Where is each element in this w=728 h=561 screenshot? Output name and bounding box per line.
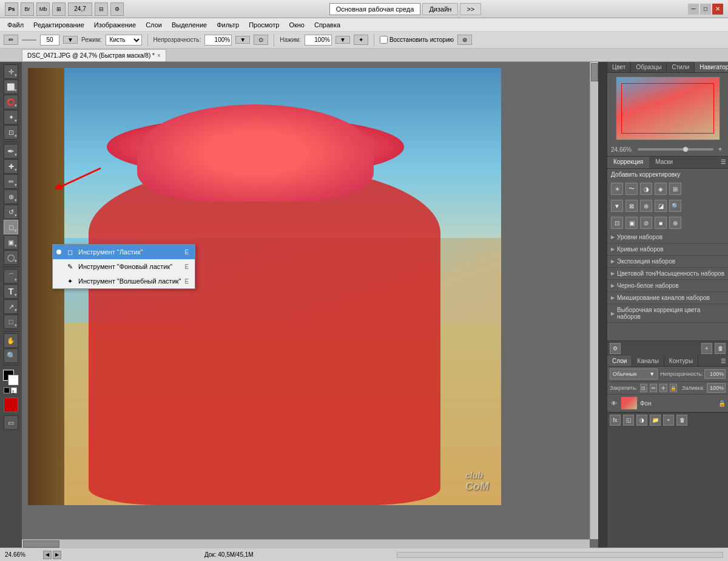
- nav-prev-btn[interactable]: ◀: [43, 551, 52, 559]
- opacity-input[interactable]: [204, 35, 232, 46]
- lock-paint-btn[interactable]: ✏: [650, 384, 657, 392]
- tab-channels[interactable]: Каналы: [632, 356, 664, 366]
- layer-mask-btn[interactable]: ◱: [623, 415, 634, 426]
- nav-zoom-in-btn[interactable]: +: [716, 145, 724, 154]
- layer-adj-btn[interactable]: ◑: [636, 415, 647, 426]
- brush-size-btn[interactable]: [22, 39, 36, 41]
- bw-icon-btn[interactable]: ▼: [611, 200, 623, 212]
- photo-filter-btn[interactable]: ⊠: [625, 200, 638, 212]
- adj-selective[interactable]: ▶ Выборочная коррекция цвета наборов: [607, 304, 728, 323]
- adj-delete-btn[interactable]: 🗑: [715, 343, 726, 354]
- posterize-btn[interactable]: 🔍: [669, 200, 681, 212]
- layer-visibility-btn[interactable]: 👁: [610, 399, 618, 407]
- eraser-btn[interactable]: ◻▾: [4, 220, 18, 234]
- maximize-button[interactable]: □: [700, 4, 711, 15]
- br-icon[interactable]: Br: [21, 2, 34, 16]
- gradient-fill-btn[interactable]: ⊛: [669, 217, 681, 229]
- swap-colors-btn[interactable]: ↕: [11, 387, 17, 393]
- shape-btn[interactable]: □▾: [4, 314, 18, 329]
- adj-curves[interactable]: ▶ Кривые наборов: [607, 243, 728, 256]
- nav-next-btn[interactable]: ▶: [53, 551, 61, 559]
- menu-select[interactable]: Выделение: [167, 20, 212, 30]
- menu-image[interactable]: Изображение: [89, 20, 141, 30]
- workspace-main-btn[interactable]: Основная рабочая среда: [329, 3, 421, 15]
- document-tab[interactable]: DSC_0471.JPG @ 24,7% (Быстрая маска/8) *…: [22, 49, 166, 61]
- default-colors-btn[interactable]: [4, 387, 10, 393]
- background-color[interactable]: [8, 375, 19, 386]
- tab-navigator[interactable]: Навигатор: [695, 62, 728, 72]
- lock-pixels-btn[interactable]: ⊡: [640, 384, 647, 392]
- layer-delete-btn[interactable]: 🗑: [676, 415, 687, 426]
- screen-mode-btn[interactable]: ▭: [4, 415, 18, 430]
- heal-btn[interactable]: ✚▾: [4, 159, 18, 174]
- horizontal-scroll-thumb[interactable]: [23, 540, 59, 548]
- adj-add-btn[interactable]: +: [701, 343, 712, 354]
- exposure-icon-btn[interactable]: ◑: [640, 183, 652, 195]
- invert-btn[interactable]: ◪: [655, 200, 667, 212]
- menu-help[interactable]: Справка: [309, 20, 345, 30]
- layer-item-background[interactable]: 👁 Фон 🔒: [607, 395, 728, 412]
- vibrance-icon-btn[interactable]: ◈: [655, 183, 667, 195]
- eyedropper-btn[interactable]: ✒▾: [4, 144, 18, 158]
- hand-btn[interactable]: ✋: [4, 333, 18, 348]
- stylus-btn[interactable]: ✦: [354, 35, 368, 45]
- corr-menu-btn[interactable]: ☰: [718, 157, 728, 166]
- crop-btn[interactable]: ⊡▾: [4, 125, 18, 140]
- vertical-scroll-thumb[interactable]: [591, 63, 598, 81]
- menu-file[interactable]: Файл: [2, 20, 29, 30]
- brush-size-input[interactable]: [40, 35, 59, 46]
- layer-style-btn[interactable]: fx: [610, 415, 621, 426]
- view-icon[interactable]: ⊞: [52, 2, 66, 16]
- menu-filter[interactable]: Фильтр: [212, 20, 244, 30]
- mb-icon[interactable]: Mb: [36, 2, 50, 16]
- quick-mask-btn[interactable]: [4, 398, 18, 412]
- curves-icon-btn[interactable]: 〜: [625, 183, 638, 195]
- status-scrollbar[interactable]: [397, 552, 724, 558]
- quick-select-btn[interactable]: ✦▾: [4, 110, 18, 124]
- brush-tool-btn[interactable]: ✏: [4, 35, 18, 45]
- gradient-btn[interactable]: ▣▾: [4, 235, 18, 250]
- hsl-icon-btn[interactable]: ⊞: [669, 183, 681, 195]
- rect-select-btn[interactable]: ⬜▾: [4, 80, 18, 94]
- selective-color-btn[interactable]: ⊘: [640, 217, 652, 229]
- horizontal-scrollbar[interactable]: [22, 539, 590, 548]
- lasso-btn[interactable]: ⭕▾: [4, 95, 18, 109]
- tab-paths[interactable]: Контуры: [664, 356, 698, 366]
- mode-select[interactable]: Кисть: [106, 35, 142, 46]
- tab-close-btn[interactable]: ×: [157, 52, 161, 59]
- opacity-arrow-btn[interactable]: ▼: [235, 36, 250, 44]
- tab-layers[interactable]: Слои: [607, 356, 632, 366]
- airbrush-btn[interactable]: ⊙: [254, 35, 268, 45]
- nav-zoom-slider[interactable]: [638, 148, 713, 151]
- ctx-magic-eraser[interactable]: ✦ Инструмент "Волшебный ластик" E: [53, 274, 195, 288]
- channel-mixer-btn[interactable]: ⊕: [640, 200, 652, 212]
- tab-color[interactable]: Цвет: [607, 62, 631, 72]
- brush-mode-arrow[interactable]: ▼: [63, 36, 78, 44]
- fill-value[interactable]: 100%: [707, 383, 726, 393]
- threshold-btn[interactable]: ⊡: [611, 217, 623, 229]
- ctx-eraser[interactable]: ◻ Инструмент "Ластик" E: [53, 245, 195, 259]
- adj-bw[interactable]: ▶ Черно-белое наборов: [607, 280, 728, 292]
- blend-mode-select[interactable]: Обычные ▼: [610, 369, 658, 379]
- zoom-btn[interactable]: 🔍: [4, 348, 18, 363]
- levels-icon-btn[interactable]: ☀: [611, 183, 623, 195]
- tab-samples[interactable]: Образцы: [631, 62, 667, 72]
- flow-arrow-btn[interactable]: ▼: [335, 36, 350, 44]
- adj-channel-mixer[interactable]: ▶ Микширование каналов наборов: [607, 292, 728, 304]
- menu-view[interactable]: Просмотр: [244, 20, 284, 30]
- pen-btn[interactable]: ⌒▾: [4, 269, 18, 284]
- adj-settings-btn[interactable]: ⚙: [610, 343, 621, 354]
- close-button[interactable]: ✕: [712, 4, 723, 15]
- clone-btn[interactable]: ⊕▾: [4, 189, 18, 204]
- history-icon-btn[interactable]: ⊛: [457, 35, 472, 45]
- minimize-button[interactable]: ─: [688, 4, 699, 15]
- opacity-value[interactable]: 100%: [704, 369, 726, 379]
- path-select-btn[interactable]: ↗▾: [4, 299, 18, 314]
- workspace-design-btn[interactable]: Дизайн: [422, 3, 458, 15]
- tab-masks[interactable]: Маски: [649, 157, 679, 168]
- history-checkbox[interactable]: [380, 36, 388, 44]
- settings-icon[interactable]: ⚙: [110, 2, 124, 16]
- ctx-bg-eraser[interactable]: ✎ Инструмент "Фоновый ластик" E: [53, 259, 195, 274]
- layout-icon[interactable]: ⊟: [95, 2, 108, 16]
- tab-correction[interactable]: Коррекция: [607, 157, 649, 168]
